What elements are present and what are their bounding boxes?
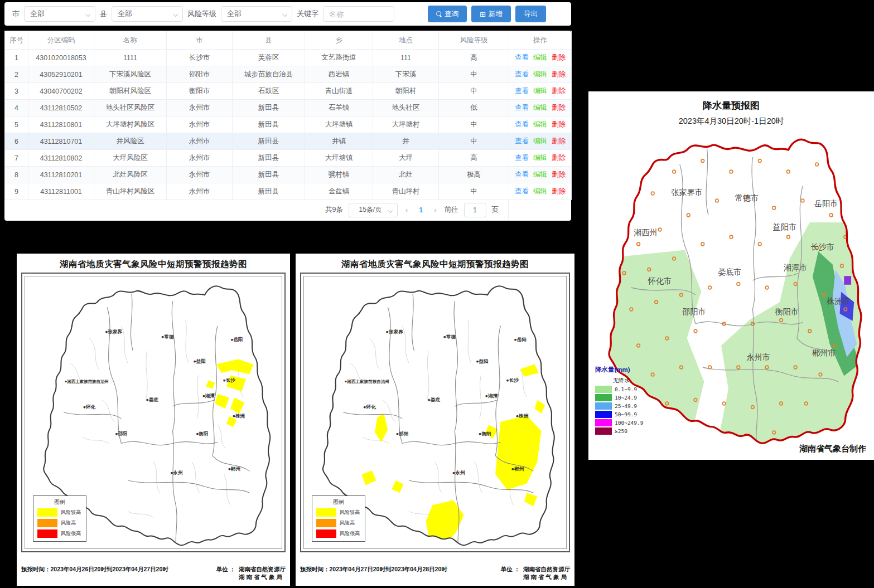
city-label: ●衡阳: [196, 431, 208, 436]
table-cell: 43112810701: [28, 133, 94, 150]
table-cell: 永州市: [167, 150, 233, 167]
city-label: 湘潭市: [784, 263, 807, 272]
delete-link[interactable]: 删除: [552, 104, 566, 111]
table-row: 743112810802大坪风险区永州市新田县大坪塘镇大坪高查看编辑删除: [5, 150, 572, 167]
table-cell: 永州市: [167, 167, 233, 183]
search-button[interactable]: 查询: [428, 6, 467, 22]
delete-link[interactable]: 删除: [552, 187, 566, 195]
table-cell: 43040700202: [28, 83, 94, 100]
table-cell: 新田县: [233, 116, 305, 133]
city-label: ●邵阳: [115, 431, 127, 436]
edit-link[interactable]: 编辑: [533, 137, 547, 145]
view-link[interactable]: 查看: [515, 137, 529, 145]
city-label: ●岳阳: [514, 337, 527, 343]
edit-link[interactable]: 编辑: [533, 171, 547, 178]
edit-link[interactable]: 编辑: [533, 187, 547, 195]
view-link[interactable]: 查看: [515, 171, 529, 178]
actions-cell: 查看编辑删除: [509, 150, 572, 167]
table-cell: 大坪: [373, 150, 439, 167]
view-link[interactable]: 查看: [515, 70, 529, 78]
city-label: 湘西州: [634, 228, 657, 237]
edit-link[interactable]: 编辑: [533, 120, 547, 128]
search-icon: [436, 11, 442, 17]
table-cell: 北灶风险区: [94, 167, 167, 183]
table-cell: 大坪塘镇: [305, 116, 373, 133]
legend-swatch: [595, 402, 612, 410]
delete-link[interactable]: 删除: [552, 54, 566, 61]
legend-swatch: [595, 427, 612, 435]
actions-cell: 查看编辑删除: [509, 116, 572, 133]
figure-footer: 预报时间：2023年04月26日20时到2023年04月27日20时 单位 ： …: [21, 566, 286, 581]
table-cell: 衡阳市: [167, 83, 233, 100]
column-header: 名称: [94, 31, 167, 50]
legend-label: 10~24.9: [615, 395, 637, 401]
table-cell: 7: [5, 150, 28, 167]
current-page[interactable]: 1: [416, 206, 426, 214]
chevron-down-icon: [85, 12, 90, 17]
city-label: ●郴州: [228, 466, 240, 472]
table-cell: 高: [439, 150, 509, 167]
table-cell: 地头社区风险区: [94, 100, 167, 116]
forecast-time: 预报时间：2023年04月26日20时到2023年04月27日20时: [21, 566, 168, 574]
column-header: 县: [233, 31, 305, 50]
legend-item: 风险较高: [37, 508, 82, 517]
delete-link[interactable]: 删除: [552, 87, 566, 95]
add-button[interactable]: ⊞新增: [471, 6, 511, 22]
table-cell: 1: [5, 50, 28, 66]
table-cell: 长沙市: [167, 50, 233, 66]
delete-link[interactable]: 删除: [552, 137, 566, 145]
column-header: 乡: [305, 31, 373, 50]
city-label: ●湘潭: [202, 393, 215, 399]
keyword-input[interactable]: [323, 6, 394, 22]
table-cell: 地头社区: [373, 100, 439, 116]
actions-cell: 查看编辑删除: [509, 83, 572, 100]
table-cell: 极高: [439, 167, 509, 183]
view-link[interactable]: 查看: [515, 104, 529, 111]
delete-link[interactable]: 删除: [552, 171, 566, 178]
view-link[interactable]: 查看: [515, 120, 529, 128]
risk-level-select[interactable]: 全部: [221, 6, 292, 22]
city-select[interactable]: 全部: [24, 6, 95, 22]
delete-link[interactable]: 删除: [552, 154, 566, 162]
city-label: ●永州: [452, 470, 465, 475]
edit-link[interactable]: 编辑: [533, 87, 547, 95]
legend-swatch: [595, 419, 612, 426]
table-cell: 中: [439, 66, 509, 83]
county-select[interactable]: 全部: [112, 6, 183, 22]
trend-map-figure-1: 湖南省地质灾害气象风险中短期预警预报趋势图 ●张家界●常德●岳阳●湘西土家族苗族…: [17, 254, 290, 586]
table-cell: 井风险区: [94, 133, 167, 150]
view-link[interactable]: 查看: [515, 87, 529, 95]
legend-label: 风险很高: [61, 530, 81, 537]
city-label: 常德市: [735, 193, 759, 202]
delete-link[interactable]: 删除: [552, 120, 566, 128]
view-link[interactable]: 查看: [515, 187, 529, 195]
city-label: 永州市: [747, 353, 770, 362]
column-header: 序号: [5, 31, 28, 50]
edit-link[interactable]: 编辑: [533, 54, 547, 61]
edit-link[interactable]: 编辑: [533, 154, 547, 162]
table-cell: 金盆镇: [305, 183, 373, 200]
table-cell: 石鼓区: [233, 83, 305, 100]
view-link[interactable]: 查看: [515, 154, 529, 162]
prev-page-button[interactable]: ‹: [403, 206, 410, 214]
legend-item: 0.1~9.9: [595, 386, 643, 393]
delete-link[interactable]: 删除: [552, 70, 566, 78]
table-row: 243052910201下宋溪风险区邵阳市城步苗族自治县西岩镇下宋溪中查看编辑删…: [5, 66, 572, 83]
city-label: 怀化市: [648, 276, 672, 285]
goto-page-input[interactable]: [464, 203, 486, 217]
edit-link[interactable]: 编辑: [533, 104, 547, 111]
station-dot: [716, 431, 719, 434]
table-cell: 新田县: [233, 183, 305, 200]
export-button[interactable]: 导出: [515, 6, 546, 22]
view-link[interactable]: 查看: [515, 54, 529, 61]
no-rain-label: 无降水: [613, 377, 643, 385]
city-label: ●长沙: [223, 377, 235, 383]
city-label: ●常德: [443, 334, 456, 339]
table-row: 843112810201北灶风险区永州市新田县骥村镇北灶极高查看编辑删除: [5, 167, 572, 183]
city-label: ●株洲: [233, 413, 245, 419]
page-size-select[interactable]: 15条/页: [349, 203, 398, 217]
table-cell: 111: [373, 50, 439, 66]
edit-link[interactable]: 编辑: [533, 70, 547, 78]
city-label: ●怀化: [363, 405, 376, 410]
next-page-button[interactable]: ›: [432, 206, 438, 214]
